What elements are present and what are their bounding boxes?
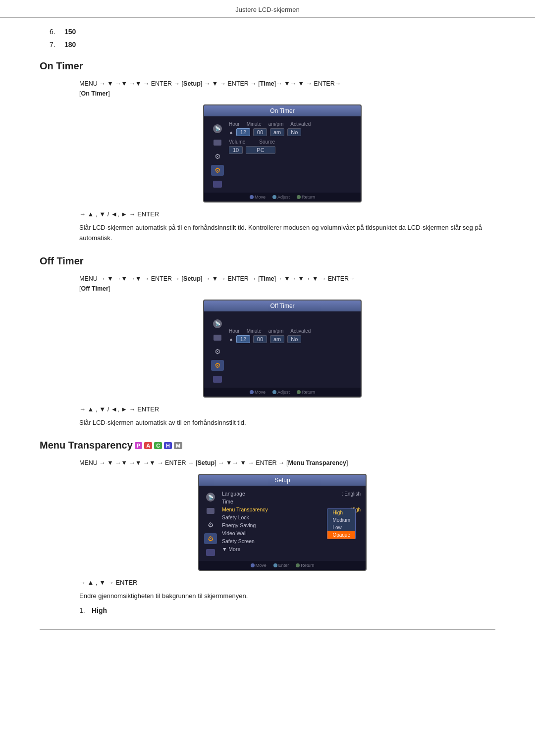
icon-column-off: 📡 ⚙ ⚙ bbox=[211, 316, 225, 385]
list-item-high: 1. High bbox=[79, 606, 495, 614]
transparency-footer: Move Enter Return bbox=[199, 561, 366, 570]
off-timer-footer: Move Adjust Return bbox=[204, 388, 361, 397]
trans-footer-move: Move bbox=[251, 563, 267, 568]
transparency-menu-path: MENU → ▼ →▼ →▼ →▼ → ENTER → [Setup] → ▼→… bbox=[79, 458, 495, 468]
off-return-dot bbox=[297, 390, 301, 394]
off-minute-field: 00 bbox=[253, 335, 267, 343]
gear-active-icon: ⚙ bbox=[214, 166, 221, 174]
menu-item-language: Language : English bbox=[222, 490, 361, 498]
badge-a: A bbox=[144, 442, 152, 449]
gear-active-icon-trans: ⚙ bbox=[208, 535, 214, 543]
off-adjust-dot bbox=[272, 390, 276, 394]
time-label: Time bbox=[222, 499, 233, 504]
footer-adjust: Adjust bbox=[272, 195, 290, 200]
volume-field: 10 bbox=[229, 146, 243, 154]
safety-lock-label: Safety Lock bbox=[222, 514, 249, 520]
off-timer-fields-row: ▲ 12 00 am No bbox=[229, 335, 354, 343]
top-numbered-list: 6. 150 7. 180 bbox=[40, 28, 495, 49]
icon-settings: ⚙ bbox=[211, 151, 224, 162]
transparency-screen-title: Setup bbox=[274, 477, 290, 484]
language-label: Language bbox=[222, 491, 245, 497]
off-footer-return: Return bbox=[297, 390, 315, 395]
off-timer-path-line1: MENU → ▼ →▼ →▼ → ENTER → [Setup] → ▼ → E… bbox=[79, 275, 355, 282]
on-timer-footer: Move Adjust Return bbox=[204, 193, 361, 202]
dropdown-medium: Medium bbox=[327, 516, 355, 524]
menu-item-more: ▼ More bbox=[222, 545, 361, 553]
trans-return-dot bbox=[296, 563, 300, 567]
source-field: PC bbox=[246, 146, 275, 154]
badge-m: M bbox=[174, 442, 182, 449]
off-activated-field: No bbox=[287, 335, 301, 343]
icon-gear-active-trans: ⚙ bbox=[204, 533, 217, 544]
hour-field: 12 bbox=[236, 128, 250, 136]
off-hour-field: 12 bbox=[236, 335, 250, 343]
footer-return: Return bbox=[297, 195, 315, 200]
off-timer-title-bar: Off Timer bbox=[204, 301, 361, 311]
ampm-field: am bbox=[270, 128, 284, 136]
trans-enter-dot bbox=[273, 563, 277, 567]
transparency-text: Menu Transparency bbox=[40, 440, 133, 451]
transparency-path: MENU → ▼ →▼ →▼ →▼ → ENTER → [Setup] → ▼→… bbox=[79, 459, 348, 466]
activated-label: Activated bbox=[290, 121, 311, 127]
return-dot bbox=[297, 195, 301, 199]
main-content: 6. 150 7. 180 On Timer MENU → ▼ →▼ →▼ → … bbox=[0, 28, 535, 650]
language-value: : English bbox=[342, 491, 361, 497]
page-title: Justere LCD-skjermen bbox=[235, 6, 299, 13]
ampm-label: am/pm bbox=[268, 121, 284, 127]
gear-icon: ⚙ bbox=[214, 152, 221, 160]
off-timer-screen: Off Timer 📡 ⚙ bbox=[203, 300, 362, 398]
volume-label-sm: Volume bbox=[229, 139, 245, 145]
vol-source-labels: Volume Source bbox=[229, 139, 354, 145]
trans-footer-return: Return bbox=[296, 563, 314, 568]
video-wall-label: Video Wall bbox=[222, 530, 247, 536]
icon-display2-off bbox=[211, 374, 224, 385]
trans-move-label: Move bbox=[256, 563, 267, 568]
on-timer-screen-content: Hour Minute am/pm Activated ▲ 12 00 am N… bbox=[229, 121, 354, 190]
off-timer-nav-hint: → ▲ , ▼ / ◄, ► → ENTER bbox=[79, 405, 495, 413]
off-timer-heading: Off Timer bbox=[40, 255, 495, 267]
transparency-screen-wrapper: Setup 📡 ⚙ ⚙ bbox=[69, 474, 495, 571]
icon-display bbox=[211, 137, 224, 148]
transparency-screen: Setup 📡 ⚙ ⚙ bbox=[198, 474, 367, 571]
trans-move-dot bbox=[251, 563, 255, 567]
vol-source-row: 10 PC bbox=[229, 146, 354, 154]
off-timer-screen-body: 📡 ⚙ ⚙ bbox=[204, 311, 361, 388]
menu-item-time: Time bbox=[222, 498, 361, 505]
gear-icon-off: ⚙ bbox=[214, 348, 221, 355]
icon-antenna-off: 📡 bbox=[211, 318, 224, 329]
safety-screen-label: Safety Screen bbox=[222, 538, 255, 544]
activated-field: No bbox=[287, 128, 301, 136]
on-timer-screen-title: On Timer bbox=[270, 107, 294, 114]
off-timer-path-line2: [Off Timer] bbox=[79, 285, 110, 292]
badge-p: P bbox=[135, 442, 142, 449]
on-timer-fields-row: ▲ 12 00 am No bbox=[229, 128, 354, 136]
energy-label: Energy Saving bbox=[222, 522, 256, 528]
gear-icon-trans: ⚙ bbox=[208, 521, 214, 529]
page-container: Justere LCD-skjermen 6. 150 7. 180 On Ti… bbox=[0, 0, 535, 756]
off-adjust-label: Adjust bbox=[277, 390, 290, 395]
item-val: 180 bbox=[64, 41, 76, 49]
off-hour-label: Hour bbox=[229, 328, 240, 334]
on-timer-desc: Slår LCD-skjermen automatisk på til en f… bbox=[79, 223, 495, 244]
list-item: 6. 150 bbox=[50, 28, 495, 36]
badge-h: H bbox=[164, 442, 172, 449]
transparency-screen-body: 📡 ⚙ ⚙ bbox=[199, 486, 366, 561]
off-footer-adjust: Adjust bbox=[272, 390, 290, 395]
icon-display-trans bbox=[204, 505, 217, 516]
move-label: Move bbox=[255, 195, 266, 200]
more-label: ▼ More bbox=[222, 546, 240, 552]
icon-settings-trans: ⚙ bbox=[204, 519, 217, 530]
icon-antenna: 📡 bbox=[211, 123, 224, 134]
transparency-desc: Endre gjennomsiktigheten til bakgrunnen … bbox=[79, 591, 495, 602]
off-footer-move: Move bbox=[250, 390, 266, 395]
icon-gear-active-off: ⚙ bbox=[211, 360, 224, 371]
item-val: 150 bbox=[64, 28, 76, 36]
off-field-labels-row: Hour Minute am/pm Activated bbox=[229, 328, 354, 334]
transparency-nav-hint: → ▲ , ▼ → ENTER bbox=[79, 579, 495, 586]
off-activated-label: Activated bbox=[290, 328, 311, 334]
off-move-dot bbox=[250, 390, 254, 394]
trans-enter-label: Enter bbox=[278, 563, 289, 568]
hour-label: Hour bbox=[229, 121, 240, 127]
on-timer-screen: On Timer 📡 ⚙ bbox=[203, 104, 362, 202]
transparency-title-bar: Setup bbox=[199, 475, 366, 486]
